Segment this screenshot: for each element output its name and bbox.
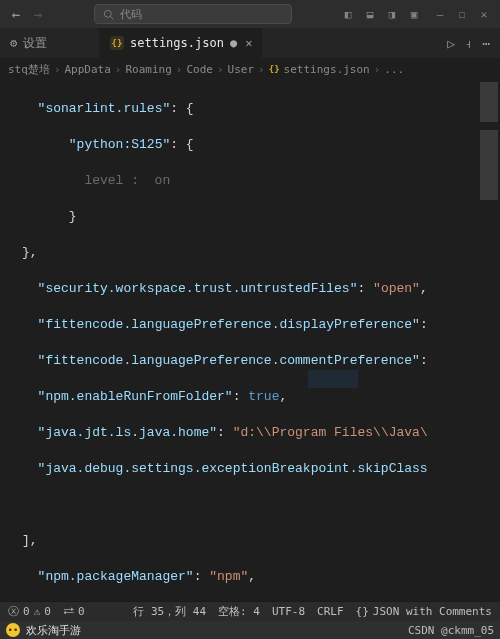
panel-right-icon[interactable]: ◨ [382,8,402,21]
window-controls: — ☐ ✕ [430,8,494,21]
tab-settings[interactable]: ⚙ 设置 [0,28,100,58]
tab-close-icon[interactable]: ✕ [245,36,252,50]
nav-buttons: ← → [6,6,48,22]
layout-icon[interactable]: ▣ [404,8,424,21]
bc-seg[interactable]: settings.json [284,63,370,76]
split-editor-icon[interactable]: ⫞ [465,36,472,51]
smiley-icon: •• [6,623,20,637]
back-icon[interactable]: ← [6,6,26,22]
watermark-right: CSDN @ckmm_05 [408,624,494,637]
forward-icon[interactable]: → [28,6,48,22]
bc-seg[interactable]: Roaming [125,63,171,76]
code-content[interactable]: "sonarlint.rules": { "python:S125": { le… [22,82,476,601]
bc-seg[interactable]: Code [186,63,213,76]
bc-seg[interactable]: stq楚培 [8,62,50,77]
json-file-icon: {} [269,64,280,74]
maximize-icon[interactable]: ☐ [452,8,472,21]
panel-left-icon[interactable]: ◧ [338,8,358,21]
warning-icon: ⚠ [34,605,41,618]
error-icon: ⓧ [8,604,19,619]
minimize-icon[interactable]: — [430,8,450,21]
svg-line-1 [111,16,114,19]
status-bar: ⓧ 0 ⚠ 0 ⮂ 0 行 35，列 44 空格: 4 UTF-8 CRLF {… [0,601,500,621]
close-icon[interactable]: ✕ [474,8,494,21]
editor-actions: ▷ ⫞ ⋯ [437,28,500,58]
port-icon: ⮂ [63,605,74,618]
status-encoding[interactable]: UTF-8 [272,604,305,619]
more-icon[interactable]: ⋯ [482,36,490,51]
tab-bar: ⚙ 设置 {} settings.json ● ✕ ▷ ⫞ ⋯ [0,28,500,58]
tab-label: 设置 [23,35,47,52]
svg-point-0 [104,10,111,17]
json-file-icon: {} [110,36,124,50]
tab-label: settings.json [130,36,224,50]
minimap[interactable] [478,80,500,601]
title-bar: ← → 代码 ◧ ⬓ ◨ ▣ — ☐ ✕ [0,0,500,28]
status-language[interactable]: {} JSON with Comments [356,604,492,619]
editor[interactable]: "sonarlint.rules": { "python:S125": { le… [0,80,500,601]
status-lncol[interactable]: 行 35，列 44 [133,604,206,619]
status-eol[interactable]: CRLF [317,604,344,619]
run-icon[interactable]: ▷ [447,36,455,51]
status-spaces[interactable]: 空格: 4 [218,604,260,619]
watermark-left: 欢乐淘手游 [26,623,81,638]
tab-settings-json[interactable]: {} settings.json ● ✕ [100,28,263,58]
layout-controls: ◧ ⬓ ◨ ▣ [338,8,424,21]
search-icon [103,9,114,20]
status-ports[interactable]: ⮂ 0 [63,605,85,618]
gear-icon: ⚙ [10,36,17,50]
bc-seg[interactable]: User [228,63,255,76]
bc-seg[interactable]: AppData [65,63,111,76]
command-center-search[interactable]: 代码 [94,4,292,24]
bc-tail: ... [384,63,404,76]
panel-bottom-icon[interactable]: ⬓ [360,8,380,21]
watermark-bar: •• 欢乐淘手游 CSDN @ckmm_05 [0,621,500,639]
dirty-indicator: ● [230,36,237,50]
search-placeholder: 代码 [120,7,142,22]
status-errors[interactable]: ⓧ 0 ⚠ 0 [8,604,51,619]
breadcrumb[interactable]: stq楚培› AppData› Roaming› Code› User› {} … [0,58,500,80]
